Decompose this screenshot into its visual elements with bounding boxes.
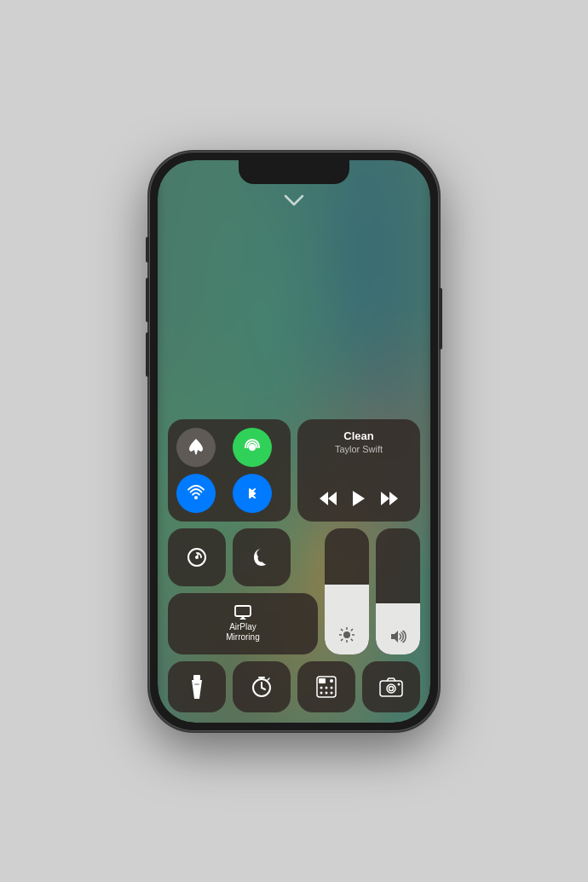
svg-point-33 bbox=[389, 686, 394, 690]
svg-point-34 bbox=[398, 683, 401, 685]
notch bbox=[239, 160, 349, 184]
svg-point-28 bbox=[320, 691, 323, 694]
do-not-disturb-button[interactable] bbox=[233, 528, 291, 586]
lock-dnd-row bbox=[168, 528, 318, 586]
volume-icon bbox=[389, 630, 406, 646]
svg-point-0 bbox=[249, 444, 256, 451]
music-title: Clean bbox=[335, 429, 383, 442]
top-row: Clean Taylor Swift bbox=[168, 419, 420, 522]
middle-row: AirPlay Mirroring bbox=[168, 528, 420, 654]
control-center: Clean Taylor Swift bbox=[168, 419, 420, 712]
svg-rect-15 bbox=[193, 675, 200, 680]
airplay-mirroring-button[interactable]: AirPlay Mirroring bbox=[168, 593, 318, 654]
svg-point-25 bbox=[320, 686, 323, 689]
camera-button[interactable] bbox=[362, 661, 420, 712]
svg-point-30 bbox=[331, 691, 333, 694]
svg-line-19 bbox=[262, 688, 265, 689]
connectivity-block bbox=[168, 419, 291, 522]
volume-down-button[interactable] bbox=[146, 332, 149, 377]
svg-line-13 bbox=[351, 629, 353, 631]
music-block[interactable]: Clean Taylor Swift bbox=[297, 419, 420, 522]
volume-slider[interactable] bbox=[376, 528, 420, 654]
timer-button[interactable] bbox=[233, 661, 291, 712]
brightness-slider[interactable] bbox=[325, 528, 369, 654]
next-track-button[interactable] bbox=[380, 491, 399, 510]
svg-line-10 bbox=[341, 629, 343, 631]
power-button[interactable] bbox=[439, 288, 442, 349]
svg-point-1 bbox=[194, 496, 198, 499]
svg-line-21 bbox=[268, 678, 269, 680]
svg-rect-4 bbox=[235, 606, 251, 616]
svg-marker-14 bbox=[391, 631, 398, 643]
svg-point-32 bbox=[387, 684, 395, 693]
airplane-mode-button[interactable] bbox=[176, 428, 216, 467]
svg-rect-23 bbox=[319, 678, 326, 683]
svg-point-24 bbox=[330, 679, 333, 683]
airplay-label: AirPlay Mirroring bbox=[226, 622, 259, 643]
flashlight-button[interactable] bbox=[168, 661, 226, 712]
music-controls bbox=[319, 490, 399, 511]
play-button[interactable] bbox=[351, 490, 366, 511]
left-column: AirPlay Mirroring bbox=[168, 528, 318, 654]
cellular-button[interactable] bbox=[233, 428, 272, 467]
mute-button[interactable] bbox=[146, 237, 149, 262]
svg-point-29 bbox=[326, 691, 328, 694]
wifi-button[interactable] bbox=[176, 474, 216, 513]
svg-rect-16 bbox=[194, 683, 199, 685]
svg-line-12 bbox=[341, 638, 343, 640]
music-info: Clean Taylor Swift bbox=[335, 429, 383, 454]
music-artist: Taylor Swift bbox=[335, 444, 383, 454]
svg-point-5 bbox=[343, 631, 350, 638]
volume-up-button[interactable] bbox=[146, 278, 149, 322]
brightness-icon bbox=[339, 627, 355, 646]
svg-line-11 bbox=[351, 638, 353, 640]
screen-lock-button[interactable] bbox=[168, 528, 226, 586]
close-chevron[interactable] bbox=[284, 193, 304, 210]
calculator-button[interactable] bbox=[297, 661, 355, 712]
prev-track-button[interactable] bbox=[319, 491, 337, 510]
phone-frame: Clean Taylor Swift bbox=[149, 152, 439, 731]
screen: Clean Taylor Swift bbox=[158, 160, 430, 723]
svg-point-27 bbox=[331, 686, 333, 689]
svg-point-26 bbox=[326, 686, 328, 689]
shortcuts-row bbox=[168, 661, 420, 712]
bluetooth-button[interactable] bbox=[233, 474, 272, 513]
phone-screen-area: Clean Taylor Swift bbox=[158, 160, 430, 723]
